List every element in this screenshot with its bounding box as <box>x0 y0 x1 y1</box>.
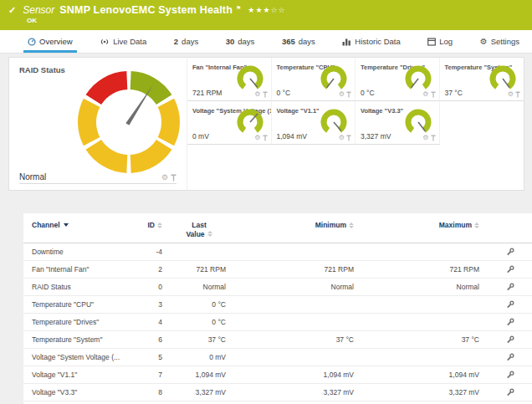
cell-last-value: 0 °C <box>166 300 233 309</box>
gear-icon[interactable]: ⚙ <box>254 135 260 141</box>
gauge-tile-fan-internal-fan: Fan "Internal Fan" 721 RPM ⚙ <box>187 58 272 101</box>
gear-icon[interactable]: ⚙ <box>339 135 345 141</box>
tab-historic-data[interactable]: Historic Data <box>340 30 402 53</box>
gear-icon[interactable]: ⚙ <box>161 174 168 182</box>
raid-status-gauge <box>74 68 183 176</box>
cell-id: 4 <box>132 318 166 326</box>
gauge-tile-temperature-system: Temperature "System" 37 °C ⚙ <box>440 58 524 101</box>
tile-value: 0 mV <box>192 132 209 141</box>
pin-icon[interactable] <box>515 91 520 98</box>
gauge-tile-grid: Fan "Internal Fan" 721 RPM ⚙ Temperature… <box>187 58 524 190</box>
cell-minimum: 721 RPM <box>233 265 362 274</box>
gauge-tile-voltage-v1.1: Voltage "V1.1" 1,094 mV ⚙ <box>272 101 356 145</box>
cell-id: 7 <box>132 371 166 379</box>
wrench-icon <box>506 353 514 361</box>
tab-label: Settings <box>491 37 519 46</box>
gear-icon[interactable]: ⚙ <box>254 91 260 98</box>
channel-gauge <box>400 64 437 95</box>
pin-icon[interactable] <box>346 135 351 141</box>
channel-settings-button[interactable] <box>488 388 532 396</box>
tab-days[interactable]: 365days <box>279 30 318 53</box>
table-row: RAID Status 0 Normal Normal Normal <box>23 279 532 296</box>
channel-settings-button[interactable] <box>488 318 532 326</box>
cell-channel: RAID Status <box>23 283 132 291</box>
status-badge: OK <box>27 17 524 24</box>
pin-icon[interactable] <box>431 91 436 98</box>
log-icon <box>427 38 436 46</box>
wrench-icon <box>506 248 514 256</box>
sort-icon <box>349 222 354 228</box>
channel-settings-button[interactable] <box>488 371 532 379</box>
channel-gauge <box>315 64 352 95</box>
gear-icon[interactable]: ⚙ <box>422 135 428 141</box>
table-row: Temperature "CPU" 3 0 °C <box>23 296 532 314</box>
cell-last-value: 0 mV <box>166 353 233 361</box>
cell-maximum: 3,327 mV <box>362 388 488 396</box>
tile-value: 1,094 mV <box>277 132 307 141</box>
live-icon <box>100 38 110 46</box>
table-row: Voltage "V3.3" 8 3,327 mV 3,327 mV 3,327… <box>23 384 532 401</box>
sort-icon <box>474 222 479 228</box>
cell-last-value: 37 °C <box>166 335 233 344</box>
historic-icon <box>342 38 351 46</box>
gear-icon[interactable]: ⚙ <box>422 91 428 98</box>
cell-channel: Voltage "V3.3" <box>23 388 132 396</box>
column-header-maximum[interactable]: Maximum <box>362 221 488 229</box>
cell-maximum: 721 RPM <box>362 265 488 274</box>
cell-last-value: 0 °C <box>166 318 233 326</box>
tile-value: 0 °C <box>277 89 291 97</box>
channel-settings-button[interactable] <box>488 265 532 274</box>
cell-channel: Temperature "CPU" <box>23 300 132 309</box>
gear-icon[interactable]: ⚙ <box>508 91 514 98</box>
cell-id: 6 <box>132 335 166 344</box>
wrench-icon <box>506 371 514 379</box>
star-rating[interactable]: ★★★☆☆ <box>248 6 285 14</box>
column-header-channel[interactable]: Channel <box>23 221 132 229</box>
cell-id: 0 <box>132 283 166 291</box>
column-header-minimum[interactable]: Minimum <box>233 221 362 229</box>
cell-channel: Temperature "Drives" <box>23 318 132 326</box>
tab-overview[interactable]: Overview <box>25 30 75 53</box>
column-header-last-value[interactable]: Last Value <box>166 221 233 238</box>
cell-maximum: 1,094 mV <box>362 371 488 379</box>
channel-gauge <box>400 108 437 138</box>
tab-days[interactable]: 30days <box>223 30 258 53</box>
pin-icon[interactable] <box>263 135 268 141</box>
tab-log[interactable]: Log <box>425 30 455 53</box>
channel-settings-button[interactable] <box>488 248 532 256</box>
cell-minimum: 1,094 mV <box>233 371 362 379</box>
gear-icon: ⚙ <box>480 37 488 46</box>
cell-id: 8 <box>132 388 166 396</box>
tab-days[interactable]: 2days <box>171 30 201 53</box>
tab-settings[interactable]: ⚙Settings <box>478 30 522 53</box>
table-row: Voltage "V1.1" 7 1,094 mV 1,094 mV 1,094… <box>23 366 532 384</box>
table-row: Voltage "System Voltage (... 5 0 mV <box>23 349 532 366</box>
channel-settings-button[interactable] <box>488 353 532 361</box>
sensor-kind-label: Sensor <box>23 4 54 16</box>
gauge-tile-temperature-cpu: Temperature "CPU" 0 °C ⚙ <box>272 58 356 101</box>
pin-icon[interactable] <box>263 91 268 98</box>
table-row: Fan "Internal Fan" 2 721 RPM 721 RPM 721… <box>23 261 532 279</box>
pin-icon[interactable] <box>346 91 351 98</box>
tab-bar: OverviewLive Data2days30days365daysHisto… <box>0 30 532 54</box>
pin-icon[interactable] <box>431 135 436 141</box>
wrench-icon <box>506 335 514 344</box>
tab-live-data[interactable]: Live Data <box>97 30 149 53</box>
channel-settings-button[interactable] <box>488 335 532 344</box>
channel-gauge <box>315 108 352 138</box>
gauge-tile-voltage-v3.3: Voltage "V3.3" 3,327 mV ⚙ <box>356 101 440 145</box>
pin-icon[interactable] <box>171 174 176 182</box>
cell-channel: Voltage "V1.1" <box>23 371 132 379</box>
tile-value: 3,327 mV <box>361 132 391 141</box>
channel-settings-button[interactable] <box>488 300 532 309</box>
cell-last-value: 3,327 mV <box>166 388 233 396</box>
channel-settings-button[interactable] <box>488 283 532 291</box>
overview-panel: RAID Status Normal ⚙ Fan "Internal Fan" … <box>8 57 524 191</box>
tile-value: 721 RPM <box>192 89 222 97</box>
status-ok-icon: ✓ <box>8 5 16 16</box>
gear-icon[interactable]: ⚙ <box>339 91 345 98</box>
cell-minimum: 37 °C <box>233 335 362 344</box>
wrench-icon <box>506 300 514 309</box>
gauge-tile-temperature-drives: Temperature "Drives" 0 °C ⚙ <box>356 58 440 101</box>
column-header-id[interactable]: ID <box>132 221 166 229</box>
